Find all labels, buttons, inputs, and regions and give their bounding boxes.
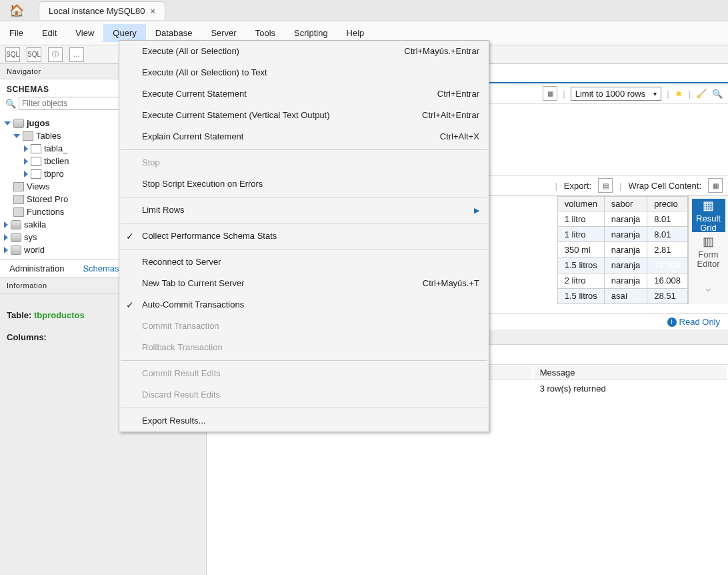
menu-tools[interactable]: Tools — [246, 24, 285, 42]
limit-label: Limit to 1000 rows — [575, 89, 646, 99]
close-connection-icon[interactable]: × — [151, 6, 156, 16]
menu-item: Stop — [119, 152, 489, 173]
menu-view[interactable]: View — [66, 24, 103, 42]
toolbar-button[interactable]: ▦ — [543, 86, 557, 101]
menu-item: Discard Result Edits — [119, 384, 489, 406]
menu-server[interactable]: Server — [201, 24, 245, 42]
menu-query[interactable]: Query — [103, 24, 145, 42]
search-icon: 🔍 — [5, 99, 16, 109]
export-icon[interactable]: ▤ — [598, 178, 613, 193]
menu-item[interactable]: Stop Script Execution on Errors — [119, 173, 489, 195]
menu-scripting[interactable]: Scripting — [285, 24, 337, 42]
sidebar-tab-administration[interactable]: Administration — [0, 259, 73, 277]
menu-item[interactable]: ✓Collect Performance Schema Stats — [119, 225, 489, 247]
favorite-icon[interactable]: ★ — [675, 88, 683, 99]
more-views-icon[interactable]: ⌄ — [692, 271, 725, 304]
result-grid-button[interactable]: ▦ Result Grid — [692, 199, 725, 232]
inspector-icon[interactable]: ⓘ — [48, 47, 63, 62]
home-icon[interactable]: 🏠 — [0, 3, 33, 18]
menu-item: Rollback Transaction — [119, 337, 489, 358]
search-query-icon[interactable]: 🔍 — [712, 89, 723, 99]
menu-item[interactable]: Limit Rows▶ — [119, 199, 489, 221]
readonly-indicator: i Read Only — [667, 317, 720, 327]
info-table-label: Table: — [7, 310, 31, 320]
more-icon[interactable]: … — [69, 47, 84, 62]
menu-database[interactable]: Database — [146, 24, 202, 42]
menu-item[interactable]: New Tab to Current ServerCtrl+Mayús.+T — [119, 273, 489, 294]
connection-tab[interactable]: Local instance MySQL80 × — [39, 1, 165, 20]
connection-tab-label: Local instance MySQL80 — [49, 6, 145, 16]
result-grid[interactable]: volumensaborprecio1 litronaranja8.011 li… — [557, 196, 688, 304]
form-editor-button[interactable]: ▥ Form Editor — [692, 235, 725, 268]
grid-icon: ▦ — [703, 198, 714, 213]
wrap-icon[interactable]: ▦ — [708, 178, 723, 193]
form-icon: ▥ — [703, 234, 714, 249]
menu-file[interactable]: File — [0, 24, 33, 42]
export-label: Export: — [564, 181, 591, 191]
limit-dropdown[interactable]: Limit to 1000 rows▾ — [571, 87, 662, 101]
menu-item[interactable]: Execute (All or Selection) to Text — [119, 62, 489, 83]
beautify-icon[interactable]: 🧹 — [696, 89, 707, 99]
open-sql-icon[interactable]: SQL — [27, 47, 41, 62]
menu-item[interactable]: Reconnect to Server — [119, 251, 489, 273]
new-sql-icon[interactable]: SQL — [5, 47, 20, 62]
menu-item[interactable]: ✓Auto-Commit Transactions — [119, 294, 489, 316]
menu-item: Commit Result Edits — [119, 363, 489, 384]
menu-item[interactable]: Execute Current StatementCtrl+Entrar — [119, 83, 489, 105]
menu-help[interactable]: Help — [337, 24, 374, 42]
query-menu-dropdown: Execute (All or Selection)Ctrl+Mayús.+En… — [119, 40, 489, 432]
menu-item[interactable]: Execute Current Statement (Vertical Text… — [119, 105, 489, 126]
menu-item: Commit Transaction — [119, 316, 489, 337]
menu-item[interactable]: Execute (All or Selection)Ctrl+Mayús.+En… — [119, 41, 489, 62]
menu-item[interactable]: Explain Current StatementCtrl+Alt+X — [119, 126, 489, 147]
menu-edit[interactable]: Edit — [33, 24, 66, 42]
info-icon: i — [667, 318, 677, 327]
info-table-name: tbproductos — [34, 310, 85, 320]
wrap-label: Wrap Cell Content: — [628, 181, 701, 191]
menu-item[interactable]: Export Results... — [119, 410, 489, 432]
